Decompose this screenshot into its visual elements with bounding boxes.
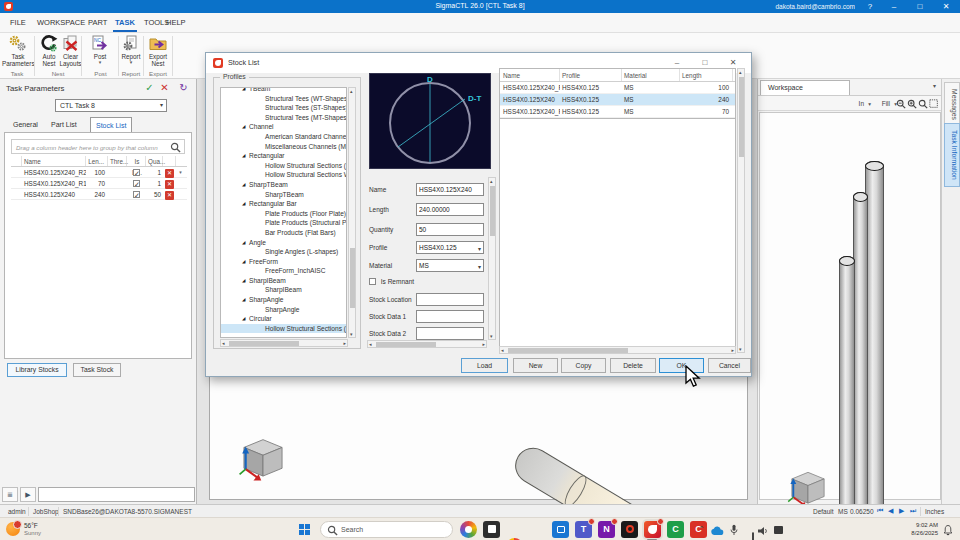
panel-dock-tab-play-icon[interactable]: ▶ — [20, 487, 36, 502]
col-quantity[interactable]: Qua... — [146, 156, 163, 166]
panel-menu-caret-icon[interactable]: ▾ — [933, 82, 936, 89]
photos-app-icon[interactable] — [460, 521, 477, 538]
tree-node[interactable]: SharpAngle — [221, 295, 346, 305]
clear-layouts-button[interactable]: Clear Layouts — [59, 35, 82, 67]
auto-nest-button[interactable]: Auto Nest — [38, 35, 60, 67]
weather-icon[interactable] — [6, 522, 20, 536]
task-parameters-button[interactable]: Task Parameters — [2, 35, 34, 67]
help-button[interactable]: ? — [860, 1, 880, 12]
form-horizontal-scrollbar[interactable] — [367, 340, 487, 348]
sigmanest-app-icon[interactable] — [644, 521, 661, 538]
onedrive-icon[interactable] — [710, 526, 724, 536]
clock[interactable]: 9:02 AM 8/26/2025 — [911, 522, 938, 537]
checkbox-checked[interactable] — [133, 180, 140, 187]
checkbox-checked[interactable] — [133, 169, 140, 176]
tree-leaf[interactable]: SharpTBeam — [221, 190, 346, 200]
store-icon[interactable] — [552, 521, 569, 538]
load-button[interactable]: Load — [461, 358, 508, 373]
tree-node[interactable]: SharpTBeam — [221, 180, 346, 190]
tab-task-information[interactable]: Task Information — [944, 123, 960, 187]
search-icon[interactable] — [170, 142, 181, 153]
stock-grid-row[interactable]: HSS4X0.125X240_R1 HSS4X0.125 MS 70 — [500, 106, 735, 118]
tree-leaf[interactable]: Miscellaneous Channels (MC- — [221, 142, 346, 152]
cell-is-library[interactable] — [127, 178, 146, 188]
cancel-button[interactable]: Cancel — [708, 358, 751, 373]
delete-row-button[interactable] — [165, 169, 174, 178]
stock-cylinder[interactable] — [853, 192, 868, 523]
copy-button[interactable]: Copy — [561, 358, 606, 373]
post-button[interactable]: NC Post ▾ — [87, 35, 113, 65]
microphone-icon[interactable] — [729, 524, 739, 536]
tree-horizontal-scrollbar[interactable] — [220, 339, 348, 347]
start-button[interactable] — [299, 524, 311, 536]
stock-data-2-field[interactable] — [416, 327, 484, 340]
col-name[interactable]: Name — [22, 156, 86, 166]
tree-leaf[interactable]: SharpIBeam — [221, 285, 346, 295]
speaker-icon[interactable] — [757, 525, 769, 537]
apply-icon[interactable]: ✓ — [143, 82, 156, 94]
close-button[interactable]: ✕ — [936, 1, 956, 12]
menu-part[interactable]: PART — [86, 13, 109, 32]
stock-grid-row[interactable]: HSS4X0.125X240_R2 HSS4X0.125 MS 100 — [500, 82, 735, 94]
tree-leaf[interactable]: Plate Products (Floor Plate) — [221, 209, 346, 219]
export-nest-button[interactable]: Export Nest — [145, 35, 171, 67]
cell-is-library[interactable] — [127, 167, 146, 177]
tab-stock-list[interactable]: Stock List — [90, 117, 132, 132]
table-row[interactable]: HSS4X0.125X240_R1 70 1 — [11, 178, 187, 189]
checkbox-checked[interactable] — [133, 191, 140, 198]
col-is-library[interactable]: Is Li... — [127, 156, 146, 166]
nav-last-icon[interactable]: ⏭ — [910, 507, 917, 515]
panel-bottom-field[interactable] — [38, 487, 195, 502]
tree-vertical-scrollbar[interactable] — [348, 87, 356, 338]
tray-chevron-icon[interactable]: ⌃ — [698, 525, 705, 534]
minimize-button[interactable]: – — [884, 1, 904, 12]
table-row[interactable]: HSS4X0.125X240 240 50 — [11, 189, 187, 200]
maximize-button[interactable]: □ — [910, 1, 930, 12]
material-dropdown[interactable]: MS — [416, 259, 484, 272]
zoom-icon[interactable] — [918, 99, 928, 109]
delete-button[interactable]: Delete — [610, 358, 656, 373]
stock-grid-row-selected[interactable]: HSS4X0.125X240 HSS4X0.125 MS 240 — [500, 94, 735, 106]
col-threshold[interactable]: Thre... — [108, 156, 127, 166]
col-material[interactable]: Material — [622, 69, 680, 81]
grid-horizontal-scrollbar[interactable] — [499, 346, 736, 354]
form-vertical-scrollbar[interactable] — [488, 177, 496, 340]
is-remnant-checkbox[interactable] — [369, 278, 376, 285]
library-stocks-button[interactable]: Library Stocks — [7, 363, 67, 377]
notification-bell-icon[interactable] — [942, 524, 954, 536]
tree-node[interactable]: Rectangular Bar — [221, 199, 346, 209]
grid-vertical-scrollbar[interactable] — [737, 68, 745, 353]
menu-file[interactable]: FILE — [8, 13, 28, 32]
workspace-tab[interactable]: Workspace — [760, 80, 850, 95]
taskbar-search[interactable]: Search — [320, 521, 453, 538]
quantity-field[interactable] — [416, 223, 484, 236]
cancel-icon[interactable]: ✕ — [158, 82, 171, 94]
menu-workspace[interactable]: WORKSPACE — [35, 13, 87, 32]
tree-leaf[interactable]: Structural Tees (MT-Shapes) — [221, 113, 346, 123]
workspace-viewport[interactable] — [759, 112, 941, 500]
tree-leaf[interactable]: SharpAngle — [221, 305, 346, 315]
nav-first-icon[interactable]: ⏮ — [877, 507, 884, 515]
tree-node[interactable]: FreeForm — [221, 257, 346, 267]
profile-dropdown[interactable]: HSS4X0.125 — [416, 241, 484, 254]
tree-leaf[interactable]: Bar Products (Flat Bars) — [221, 228, 346, 238]
orientation-cube-icon[interactable] — [237, 431, 289, 483]
zoom-out-icon[interactable] — [896, 99, 906, 109]
weather-widget[interactable]: 56°F Sunny — [24, 522, 41, 537]
col-length[interactable]: Len... — [86, 156, 108, 166]
report-dropdown-caret[interactable]: ▾ — [119, 60, 143, 65]
tree-leaf[interactable]: Structural Tees (WT-Shapes) — [221, 94, 346, 104]
onenote-icon[interactable]: N — [598, 521, 615, 538]
stock-location-field[interactable] — [416, 293, 484, 306]
display-icon[interactable] — [752, 532, 754, 540]
tree-leaf-selected[interactable]: Hollow Structural Sections (Ro — [221, 324, 346, 334]
col-profile[interactable]: Profile — [560, 69, 622, 81]
units-dropdown[interactable]: In — [857, 97, 872, 111]
menu-help[interactable]: HELP — [164, 13, 188, 32]
tree-node[interactable]: Channel — [221, 122, 346, 132]
tree-leaf[interactable]: FreeForm_InchAISC — [221, 266, 346, 276]
nav-next-icon[interactable]: ▶ — [899, 507, 905, 515]
tree-node[interactable]: SharpIBeam — [221, 276, 346, 286]
task-stock-button[interactable]: Task Stock — [73, 363, 121, 377]
tree-node[interactable]: Rectangular — [221, 151, 346, 161]
